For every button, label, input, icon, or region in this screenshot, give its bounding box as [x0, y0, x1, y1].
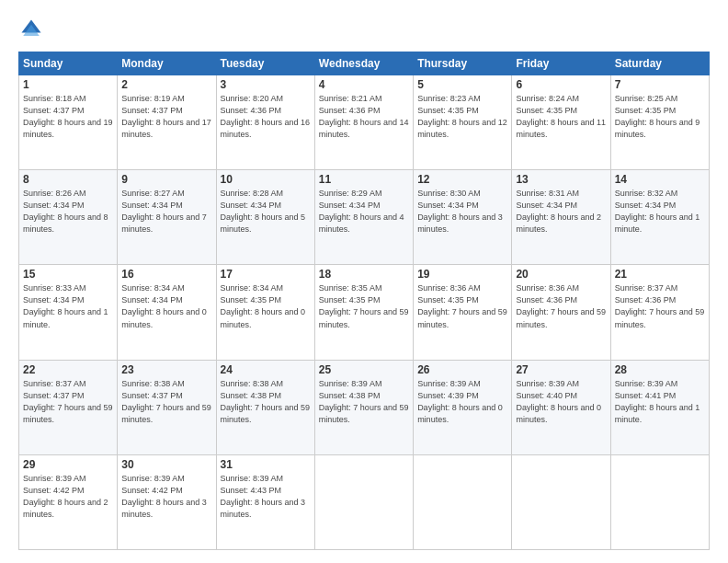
day-info: Sunrise: 8:38 AM Sunset: 4:37 PM Dayligh… [121, 378, 211, 426]
day-number: 30 [121, 458, 211, 471]
day-info: Sunrise: 8:39 AM Sunset: 4:40 PM Dayligh… [516, 378, 606, 426]
day-number: 22 [23, 363, 113, 376]
calendar-cell: 27 Sunrise: 8:39 AM Sunset: 4:40 PM Dayl… [512, 360, 610, 454]
day-number: 21 [615, 268, 705, 281]
calendar-cell: 26 Sunrise: 8:39 AM Sunset: 4:39 PM Dayl… [414, 360, 512, 454]
calendar-cell: 14 Sunrise: 8:32 AM Sunset: 4:34 PM Dayl… [610, 170, 709, 265]
day-number: 18 [319, 268, 409, 281]
calendar-cell: 29 Sunrise: 8:39 AM Sunset: 4:42 PM Dayl… [19, 454, 118, 549]
calendar-week-5: 29 Sunrise: 8:39 AM Sunset: 4:42 PM Dayl… [19, 454, 710, 549]
day-number: 9 [121, 173, 211, 186]
day-number: 24 [221, 363, 311, 376]
calendar-header-saturday: Saturday [610, 52, 709, 75]
calendar-cell: 17 Sunrise: 8:34 AM Sunset: 4:35 PM Dayl… [216, 265, 314, 360]
calendar-cell: 20 Sunrise: 8:36 AM Sunset: 4:36 PM Dayl… [512, 265, 610, 360]
calendar-cell: 2 Sunrise: 8:19 AM Sunset: 4:37 PM Dayli… [118, 75, 216, 170]
calendar-week-4: 22 Sunrise: 8:37 AM Sunset: 4:37 PM Dayl… [19, 360, 710, 454]
calendar-cell: 25 Sunrise: 8:39 AM Sunset: 4:38 PM Dayl… [314, 360, 413, 454]
calendar-cell: 22 Sunrise: 8:37 AM Sunset: 4:37 PM Dayl… [19, 360, 118, 454]
calendar-cell: 28 Sunrise: 8:39 AM Sunset: 4:41 PM Dayl… [610, 360, 709, 454]
day-number: 17 [221, 268, 311, 281]
calendar-header-tuesday: Tuesday [216, 52, 314, 75]
page: SundayMondayTuesdayWednesdayThursdayFrid… [0, 0, 728, 563]
day-info: Sunrise: 8:23 AM Sunset: 4:35 PM Dayligh… [417, 93, 507, 141]
calendar-week-3: 15 Sunrise: 8:33 AM Sunset: 4:34 PM Dayl… [19, 265, 710, 360]
day-info: Sunrise: 8:39 AM Sunset: 4:42 PM Dayligh… [121, 473, 211, 521]
calendar-table: SundayMondayTuesdayWednesdayThursdayFrid… [18, 52, 710, 550]
day-info: Sunrise: 8:27 AM Sunset: 4:34 PM Dayligh… [121, 188, 211, 236]
calendar-cell: 9 Sunrise: 8:27 AM Sunset: 4:34 PM Dayli… [118, 170, 216, 265]
day-number: 19 [417, 268, 507, 281]
day-number: 5 [417, 78, 507, 91]
day-info: Sunrise: 8:39 AM Sunset: 4:39 PM Dayligh… [417, 378, 507, 426]
calendar-cell [512, 454, 610, 549]
calendar-header-row: SundayMondayTuesdayWednesdayThursdayFrid… [19, 52, 710, 75]
day-info: Sunrise: 8:35 AM Sunset: 4:35 PM Dayligh… [319, 282, 409, 330]
day-info: Sunrise: 8:24 AM Sunset: 4:35 PM Dayligh… [516, 93, 606, 141]
logo-icon [18, 17, 44, 42]
day-info: Sunrise: 8:39 AM Sunset: 4:38 PM Dayligh… [319, 378, 409, 426]
calendar-header-thursday: Thursday [414, 52, 512, 75]
day-number: 23 [121, 363, 211, 376]
calendar-header-sunday: Sunday [19, 52, 118, 75]
calendar-cell: 5 Sunrise: 8:23 AM Sunset: 4:35 PM Dayli… [414, 75, 512, 170]
calendar-cell: 10 Sunrise: 8:28 AM Sunset: 4:34 PM Dayl… [216, 170, 314, 265]
day-info: Sunrise: 8:39 AM Sunset: 4:41 PM Dayligh… [615, 378, 705, 426]
calendar-cell: 23 Sunrise: 8:38 AM Sunset: 4:37 PM Dayl… [118, 360, 216, 454]
day-number: 29 [23, 458, 113, 471]
calendar-cell: 18 Sunrise: 8:35 AM Sunset: 4:35 PM Dayl… [314, 265, 413, 360]
day-info: Sunrise: 8:34 AM Sunset: 4:34 PM Dayligh… [121, 282, 211, 330]
day-info: Sunrise: 8:39 AM Sunset: 4:42 PM Dayligh… [23, 473, 113, 521]
day-number: 4 [319, 78, 409, 91]
day-number: 12 [417, 173, 507, 186]
day-number: 2 [121, 78, 211, 91]
calendar-cell: 19 Sunrise: 8:36 AM Sunset: 4:35 PM Dayl… [414, 265, 512, 360]
header [18, 17, 710, 42]
day-number: 11 [319, 173, 409, 186]
calendar-header-monday: Monday [118, 52, 216, 75]
day-info: Sunrise: 8:33 AM Sunset: 4:34 PM Dayligh… [23, 282, 113, 330]
day-number: 1 [23, 78, 113, 91]
day-number: 6 [516, 78, 606, 91]
day-info: Sunrise: 8:34 AM Sunset: 4:35 PM Dayligh… [221, 282, 311, 330]
day-info: Sunrise: 8:25 AM Sunset: 4:35 PM Dayligh… [615, 93, 705, 141]
calendar-cell: 31 Sunrise: 8:39 AM Sunset: 4:43 PM Dayl… [216, 454, 314, 549]
day-number: 31 [221, 458, 311, 471]
calendar-cell: 7 Sunrise: 8:25 AM Sunset: 4:35 PM Dayli… [610, 75, 709, 170]
day-number: 13 [516, 173, 606, 186]
day-number: 25 [319, 363, 409, 376]
day-info: Sunrise: 8:21 AM Sunset: 4:36 PM Dayligh… [319, 93, 409, 141]
day-info: Sunrise: 8:28 AM Sunset: 4:34 PM Dayligh… [221, 188, 311, 236]
day-info: Sunrise: 8:39 AM Sunset: 4:43 PM Dayligh… [221, 473, 311, 521]
calendar-cell [314, 454, 413, 549]
calendar-cell: 6 Sunrise: 8:24 AM Sunset: 4:35 PM Dayli… [512, 75, 610, 170]
calendar-cell: 1 Sunrise: 8:18 AM Sunset: 4:37 PM Dayli… [19, 75, 118, 170]
day-number: 27 [516, 363, 606, 376]
day-number: 7 [615, 78, 705, 91]
calendar-cell [414, 454, 512, 549]
day-info: Sunrise: 8:26 AM Sunset: 4:34 PM Dayligh… [23, 188, 113, 236]
day-info: Sunrise: 8:18 AM Sunset: 4:37 PM Dayligh… [23, 93, 113, 141]
day-info: Sunrise: 8:29 AM Sunset: 4:34 PM Dayligh… [319, 188, 409, 236]
calendar-cell: 24 Sunrise: 8:38 AM Sunset: 4:38 PM Dayl… [216, 360, 314, 454]
day-number: 15 [23, 268, 113, 281]
day-number: 16 [121, 268, 211, 281]
calendar-cell [610, 454, 709, 549]
day-info: Sunrise: 8:30 AM Sunset: 4:34 PM Dayligh… [417, 188, 507, 236]
day-info: Sunrise: 8:36 AM Sunset: 4:36 PM Dayligh… [516, 282, 606, 330]
logo [18, 17, 48, 42]
day-info: Sunrise: 8:31 AM Sunset: 4:34 PM Dayligh… [516, 188, 606, 236]
day-number: 14 [615, 173, 705, 186]
calendar-cell: 15 Sunrise: 8:33 AM Sunset: 4:34 PM Dayl… [19, 265, 118, 360]
day-number: 20 [516, 268, 606, 281]
day-info: Sunrise: 8:37 AM Sunset: 4:36 PM Dayligh… [615, 282, 705, 330]
calendar-header-wednesday: Wednesday [314, 52, 413, 75]
day-info: Sunrise: 8:20 AM Sunset: 4:36 PM Dayligh… [221, 93, 311, 141]
calendar-cell: 12 Sunrise: 8:30 AM Sunset: 4:34 PM Dayl… [414, 170, 512, 265]
day-number: 26 [417, 363, 507, 376]
day-number: 3 [221, 78, 311, 91]
day-number: 8 [23, 173, 113, 186]
day-info: Sunrise: 8:37 AM Sunset: 4:37 PM Dayligh… [23, 378, 113, 426]
calendar-cell: 11 Sunrise: 8:29 AM Sunset: 4:34 PM Dayl… [314, 170, 413, 265]
calendar-week-2: 8 Sunrise: 8:26 AM Sunset: 4:34 PM Dayli… [19, 170, 710, 265]
